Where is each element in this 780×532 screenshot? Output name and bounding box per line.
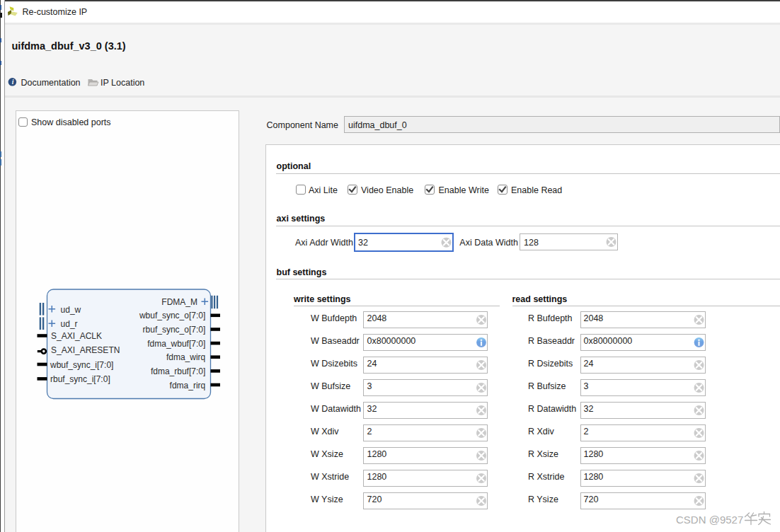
svg-text:Show disabled ports: Show disabled ports xyxy=(31,117,111,127)
svg-text:fdma_rirq: fdma_rirq xyxy=(170,381,206,391)
svg-text:rbuf_sync_o[7:0]: rbuf_sync_o[7:0] xyxy=(143,325,206,335)
svg-text:W Xdiv: W Xdiv xyxy=(311,427,339,436)
svg-text:2: 2 xyxy=(584,427,589,436)
svg-text:axi settings: axi settings xyxy=(277,214,326,224)
svg-text:0x80000000: 0x80000000 xyxy=(584,336,633,346)
svg-text:R Bufdepth: R Bufdepth xyxy=(528,313,573,323)
svg-text:R Baseaddr: R Baseaddr xyxy=(528,336,575,346)
svg-text:CSDN @9527: CSDN @9527 xyxy=(676,514,743,526)
svg-text:Axi Lite: Axi Lite xyxy=(309,185,338,195)
svg-text:W Datawidth: W Datawidth xyxy=(311,404,361,414)
svg-text:720: 720 xyxy=(584,495,599,504)
svg-text:3: 3 xyxy=(367,381,372,391)
svg-text:fdma_wirq: fdma_wirq xyxy=(166,352,205,362)
svg-text:Component Name: Component Name xyxy=(267,120,338,130)
svg-text:720: 720 xyxy=(367,495,382,504)
svg-text:1280: 1280 xyxy=(584,472,604,482)
svg-text:R Datawidth: R Datawidth xyxy=(528,404,576,414)
svg-text:Video Enable: Video Enable xyxy=(361,185,413,195)
svg-text:Axi Data Width: Axi Data Width xyxy=(459,238,518,248)
svg-text:fdma_rbuf[7:0]: fdma_rbuf[7:0] xyxy=(151,366,205,376)
svg-text:W Xsize: W Xsize xyxy=(311,449,343,459)
svg-text:S_AXI_ARESETN: S_AXI_ARESETN xyxy=(51,345,120,355)
svg-text:R Bufsize: R Bufsize xyxy=(528,381,566,391)
svg-text:W Dsizebits: W Dsizebits xyxy=(311,359,357,369)
svg-text:FDMA_M: FDMA_M xyxy=(161,297,197,307)
svg-text:W Bufdepth: W Bufdepth xyxy=(311,313,357,323)
svg-text:Re-customize IP: Re-customize IP xyxy=(23,7,88,17)
svg-text:wbuf_sync_i[7:0]: wbuf_sync_i[7:0] xyxy=(50,360,113,370)
svg-text:2048: 2048 xyxy=(584,313,604,323)
svg-text:Enable Write: Enable Write xyxy=(439,185,489,195)
svg-text:IP Location: IP Location xyxy=(101,78,144,88)
svg-text:32: 32 xyxy=(584,404,594,414)
svg-text:0x80000000: 0x80000000 xyxy=(367,336,416,346)
svg-text:R Xdiv: R Xdiv xyxy=(528,427,555,436)
svg-text:ud_w: ud_w xyxy=(61,305,81,315)
svg-text:read settings: read settings xyxy=(512,294,568,304)
svg-text:Documentation: Documentation xyxy=(21,78,81,88)
svg-text:3: 3 xyxy=(584,381,589,391)
svg-text:W Baseaddr: W Baseaddr xyxy=(311,336,360,346)
svg-text:W Ysize: W Ysize xyxy=(311,495,343,504)
svg-text:ud_r: ud_r xyxy=(61,319,78,329)
svg-text:2: 2 xyxy=(367,427,372,436)
svg-text:32: 32 xyxy=(367,404,377,414)
svg-text:rbuf_sync_i[7:0]: rbuf_sync_i[7:0] xyxy=(50,374,110,384)
svg-text:24: 24 xyxy=(584,359,594,369)
svg-text:W Xstride: W Xstride xyxy=(311,472,349,482)
svg-text:R Dsizebits: R Dsizebits xyxy=(528,359,573,369)
svg-text:1280: 1280 xyxy=(367,449,387,459)
svg-text:R Xstride: R Xstride xyxy=(528,472,564,482)
svg-text:optional: optional xyxy=(277,161,311,171)
svg-text:write settings: write settings xyxy=(293,294,351,304)
svg-text:buf settings: buf settings xyxy=(277,267,327,277)
svg-text:Axi Addr Width: Axi Addr Width xyxy=(295,238,353,248)
svg-text:1280: 1280 xyxy=(584,449,604,459)
svg-text:32: 32 xyxy=(358,238,368,248)
svg-text:uifdma_dbuf_0: uifdma_dbuf_0 xyxy=(348,120,407,130)
svg-text:uifdma_dbuf_v3_0 (3.1): uifdma_dbuf_v3_0 (3.1) xyxy=(12,40,126,52)
svg-text:2048: 2048 xyxy=(367,313,387,323)
svg-text:128: 128 xyxy=(524,238,539,248)
svg-text:wbuf_sync_o[7:0]: wbuf_sync_o[7:0] xyxy=(139,311,205,320)
svg-text:R Xsize: R Xsize xyxy=(528,449,558,459)
svg-text:R Ysize: R Ysize xyxy=(528,495,558,504)
svg-text:S_AXI_ACLK: S_AXI_ACLK xyxy=(51,331,102,341)
svg-text:24: 24 xyxy=(367,359,377,369)
svg-text:Enable Read: Enable Read xyxy=(511,185,562,195)
svg-text:i: i xyxy=(12,79,14,86)
svg-text:fdma_wbuf[7:0]: fdma_wbuf[7:0] xyxy=(147,339,205,349)
svg-text:1280: 1280 xyxy=(367,472,387,482)
svg-text:W Bufsize: W Bufsize xyxy=(311,381,350,391)
